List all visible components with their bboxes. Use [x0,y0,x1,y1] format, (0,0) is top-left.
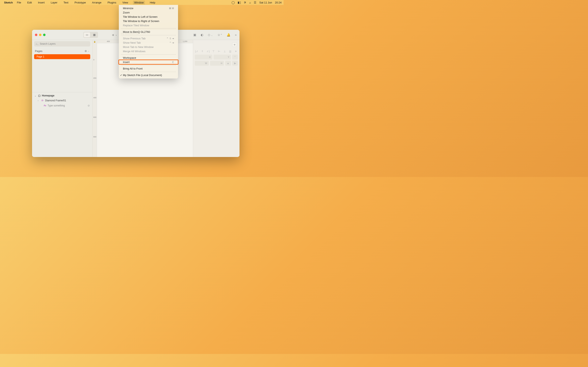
chevron-right-icon[interactable]: › [38,100,40,102]
menu-item-next-tab: Show Next Tab⌃ ⇥ [119,41,178,45]
ruler-lock-icon[interactable]: 🔒 [93,40,97,43]
align-controls: |⫽ ⫴ ⫽| ⊤ ⊢ ⊥ ||| ≡ [195,49,238,53]
menu-item-prev-tab: Show Previous Tab⌃ ⇧ ⇥ [119,36,178,41]
layer-artboard[interactable]: ⌄ ▢ Homepage [32,93,92,98]
y-field[interactable]: Y [214,55,231,59]
artboard-icon: ▢ [38,94,41,97]
traffic-lights [35,34,45,36]
menu-plugins[interactable]: Plugins [106,1,118,4]
menu-item-minimize[interactable]: Minimize⌘ M [119,6,178,10]
menu-view[interactable]: View [121,1,129,4]
chevron-down-icon[interactable]: ⌄ [35,95,36,97]
battery-icon[interactable]: ▮▯ [238,1,241,4]
layer-symbol[interactable]: › ⟳ Diamond Frame/01 [32,98,92,103]
menu-item-tile-left[interactable]: Tile Window to Left of Screen [119,15,178,19]
close-button[interactable] [35,34,37,36]
layers-list: ⌄ ▢ Homepage › ⟳ Diamond Frame/01 Aa Typ… [32,92,92,108]
chevron-down-icon: ⌄ [88,50,89,52]
sidebar-toggle-group: ▭ ▦ [83,32,98,38]
align-bottom-icon[interactable]: ⊥ [223,49,227,53]
chevron-down-icon: ⌄ [115,34,117,36]
menu-prototype[interactable]: Prototype [73,1,87,4]
symbol-instance-icon: ⟳ [41,99,44,102]
menubar-date[interactable]: Sat 11 Jun [259,1,272,4]
menu-item-tile-right[interactable]: Tile Window to Right of Screen [119,19,178,23]
window-menu-dropdown: Minimize⌘ M Zoom Tile Window to Left of … [119,5,178,78]
menu-separator [121,35,176,35]
chevron-down-icon: ⌄ [211,34,213,36]
w-field[interactable]: W [195,61,209,66]
menu-file[interactable]: File [16,1,22,4]
text-layer-icon: Aa [43,104,46,107]
components-panel-button[interactable]: ▦ [91,33,97,37]
align-left-icon[interactable]: |⫽ [195,49,199,53]
x-field[interactable]: X [195,55,212,59]
app-name[interactable]: Sketch [4,1,13,4]
spotlight-icon[interactable]: ⌕ [249,1,251,4]
menu-edit[interactable]: Edit [26,1,33,4]
menu-item-replace-tiled: Replace Tiled Window [119,23,178,27]
flip-h-icon[interactable]: ▲ [225,61,231,66]
search-layers-input[interactable]: ⌕⌄ Search Layers [34,41,90,47]
pages-header: Pages ⊕ ⌄ [32,48,92,54]
menu-separator [121,72,176,72]
menu-text[interactable]: Text [62,1,70,4]
menu-item-bring-front[interactable]: Bring All to Front [119,67,178,71]
distribute-h-icon[interactable]: ||| [228,49,232,53]
distribute-v-icon[interactable]: ≡ [234,49,238,53]
add-tab-button[interactable]: ＋ [232,42,237,47]
vertical-ruler[interactable]: 0 200 400 600 800 [93,43,97,157]
align-right-icon[interactable]: ⫽| [206,49,210,53]
menu-item-zoom[interactable]: Zoom [119,10,178,15]
menu-item-move-tab: Move Tab to New Window [119,45,178,49]
menu-window[interactable]: Window [133,1,145,4]
rotation-field[interactable]: ° [232,55,238,59]
menu-item-merge-windows: Merge All Windows [119,49,178,53]
pages-label: Pages [35,50,43,53]
menu-separator [121,65,176,66]
flip-v-icon[interactable]: ▶ [232,61,238,66]
menubar-time[interactable]: 20:24 [275,1,282,4]
mask-icon[interactable]: ◐ [201,33,203,37]
menu-layer[interactable]: Layer [50,1,59,4]
macos-menubar: Sketch File Edit Insert Layer Text Proto… [0,0,284,5]
fullscreen-button[interactable] [43,34,45,36]
search-icon: ⌕⌄ [36,42,39,45]
layer-text[interactable]: Aa Type something ⊘ [32,103,92,108]
menu-item-move-display[interactable]: Move to BenQ GL2760 [119,30,178,34]
align-vcenter-icon[interactable]: ⊢ [217,49,221,53]
wifi-icon[interactable]: ⚞ [244,1,246,4]
minimize-button[interactable] [39,34,42,36]
notifications-icon[interactable]: 🔔 [227,33,231,37]
add-page-button[interactable]: ⊕ ⌄ [85,49,89,53]
align-top-icon[interactable]: ⊤ [212,49,216,53]
menu-insert[interactable]: Insert [37,1,46,4]
preview-icon[interactable]: ▣ [193,33,196,37]
menu-item-workspace[interactable]: Workspace [119,56,178,60]
layers-panel-button[interactable]: ▭ [84,33,90,37]
check-icon: ✓ [120,74,122,77]
menu-help[interactable]: Help [149,1,156,4]
hidden-icon[interactable]: ⊘ [87,104,90,107]
page-item[interactable]: Page 1 [34,54,90,59]
user-icon[interactable]: ◯ [232,1,235,4]
collab-icon[interactable]: ☺⁺ [217,33,222,37]
left-sidebar: ⌕⌄ Search Layers Pages ⊕ ⌄ Page 1 ⌄ ▢ Ho… [32,40,93,157]
menu-arrange[interactable]: Arrange [91,1,103,4]
symbol-icon[interactable]: ◇ ⌄ [208,33,213,37]
control-center-icon[interactable]: ☰ [254,1,256,4]
overflow-icon[interactable]: » [235,33,237,36]
menu-item-current-document[interactable]: ✓My Sketch File (Local Document) [119,73,178,77]
menu-item-insert-window[interactable]: InsertC [119,60,178,64]
menu-separator [121,54,176,55]
toolbar-right: ▣ ◐ ◇ ⌄ ☺⁺ 🔔 » [193,33,237,37]
right-inspector: ＋ |⫽ ⫴ ⫽| ⊤ ⊢ ⊥ ||| ≡ X Y ° W H ▲ ▶ [193,40,240,157]
h-field[interactable]: H [210,61,224,66]
insert-button[interactable]: ＋ ⌄ [111,33,117,37]
align-hcenter-icon[interactable]: ⫴ [200,49,204,53]
